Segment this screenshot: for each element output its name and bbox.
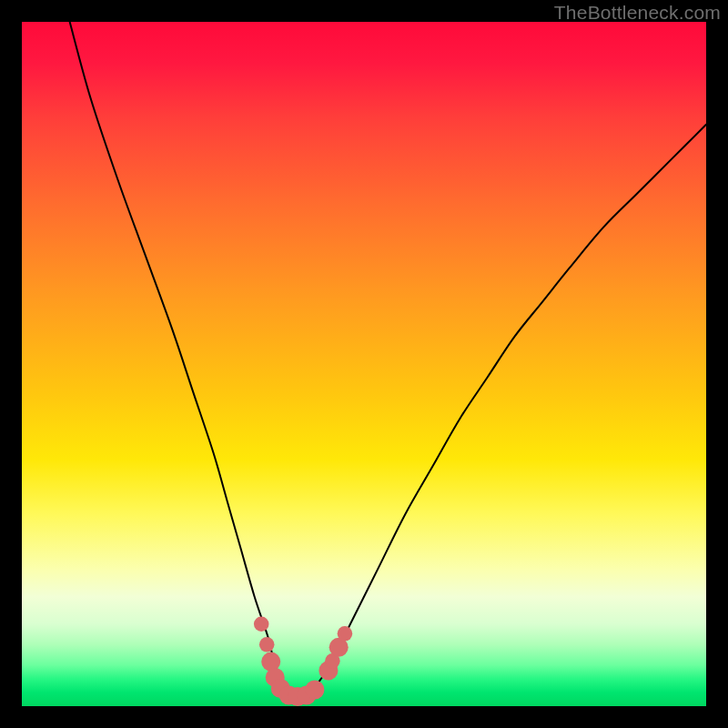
plot-area — [22, 22, 706, 706]
data-marker — [338, 626, 353, 642]
marker-group — [254, 616, 352, 706]
watermark-text: TheBottleneck.com — [554, 2, 721, 24]
bottleneck-curve — [70, 22, 706, 697]
chart-svg — [22, 22, 706, 706]
data-marker — [259, 637, 275, 652]
data-marker — [254, 616, 269, 632]
chart-frame: TheBottleneck.com — [0, 0, 728, 728]
data-marker — [305, 680, 324, 699]
